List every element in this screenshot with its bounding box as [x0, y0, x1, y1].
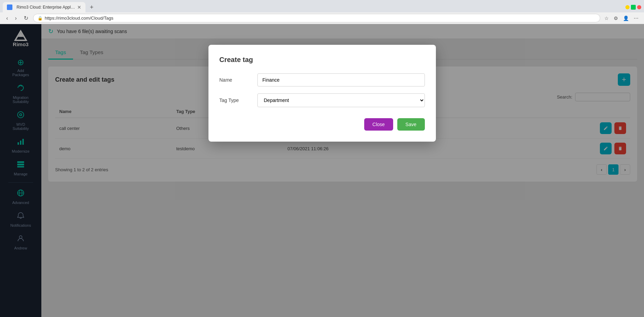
save-button[interactable]: Save — [397, 118, 425, 131]
tag-type-select[interactable]: Department Others testdemo — [257, 93, 425, 107]
url-bar[interactable]: 🔒 https://rimo3cloud.com/Cloud/Tags — [33, 14, 600, 22]
tab-title: Rimo3 Cloud: Enterprise Applica... — [17, 5, 75, 10]
tag-type-label: Tag Type — [219, 98, 251, 103]
profile-icon[interactable]: 👤 — [622, 14, 630, 22]
browser-tab[interactable]: Rimo3 Cloud: Enterprise Applica... ✕ — [3, 2, 85, 12]
app-layout: Rimo3 ⊕ Add Packages Migration Suitabili… — [0, 24, 644, 317]
modal-title: Create tag — [219, 56, 425, 64]
tab-favicon — [7, 4, 12, 10]
main-content: ↻ You have 6 file(s) awaiting scans Tags… — [41, 24, 644, 317]
create-tag-modal: Create tag Name Tag Type Department Othe… — [208, 45, 436, 142]
lock-icon: 🔒 — [38, 16, 43, 21]
tab-bar: Rimo3 Cloud: Enterprise Applica... ✕ + — [0, 0, 644, 12]
new-tab-button[interactable]: + — [87, 2, 96, 12]
url-text: https://rimo3cloud.com/Cloud/Tags — [45, 16, 596, 21]
browser-actions: ☆ ⚙ 👤 ⋯ — [603, 14, 640, 22]
name-input[interactable] — [257, 73, 425, 86]
star-icon[interactable]: ☆ — [603, 14, 610, 22]
name-label: Name — [219, 77, 251, 83]
modal-footer: Close Save — [219, 118, 425, 131]
browser-chrome: Rimo3 Cloud: Enterprise Applica... ✕ + ‹… — [0, 0, 644, 24]
close-button[interactable] — [637, 5, 641, 9]
menu-button[interactable]: ⋯ — [632, 14, 640, 22]
reload-button[interactable]: ↻ — [22, 14, 30, 22]
close-button[interactable]: Close — [364, 118, 393, 131]
window-controls — [625, 5, 641, 10]
extensions-icon[interactable]: ⚙ — [612, 14, 620, 22]
back-button[interactable]: ‹ — [4, 14, 10, 22]
modal-overlay: Create tag Name Tag Type Department Othe… — [41, 24, 644, 317]
address-bar: ‹ › ↻ 🔒 https://rimo3cloud.com/Cloud/Tag… — [0, 12, 644, 24]
name-form-group: Name — [219, 73, 425, 86]
tab-close-button[interactable]: ✕ — [77, 5, 81, 10]
maximize-button[interactable] — [631, 5, 636, 10]
forward-button[interactable]: › — [13, 14, 19, 22]
tag-type-form-group: Tag Type Department Others testdemo — [219, 93, 425, 107]
minimize-button[interactable] — [625, 5, 630, 9]
